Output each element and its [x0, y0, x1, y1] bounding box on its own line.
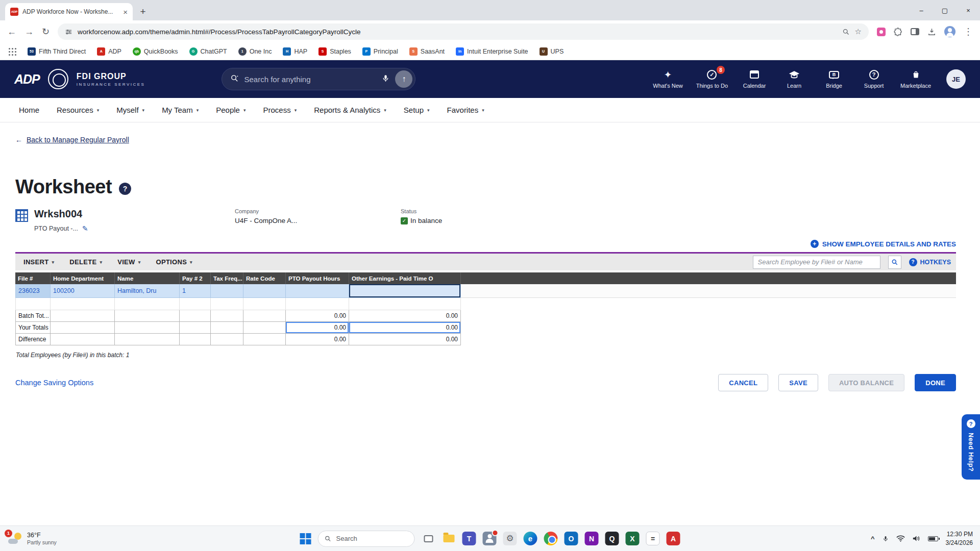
empty-cell[interactable] [243, 298, 286, 310]
view-menu[interactable]: VIEW▾ [117, 258, 140, 266]
delete-menu[interactable]: DELETE▾ [69, 258, 102, 266]
tray-chevron-icon[interactable]: ^ [871, 535, 875, 542]
nav-reports-analytics[interactable]: Reports & Analytics▾ [305, 98, 395, 122]
cell-rate-code[interactable] [243, 284, 286, 298]
downloads-icon[interactable] [927, 28, 936, 36]
quickbooks-icon[interactable]: Q [605, 532, 619, 545]
save-button[interactable]: SAVE [778, 374, 818, 391]
bookmark-saasant[interactable]: SSaasAnt [409, 47, 445, 56]
contacts-icon[interactable] [483, 532, 497, 545]
bookmark-ups[interactable]: UUPS [540, 47, 564, 56]
url-field[interactable]: workforcenow.adp.com/theme/admin.html#/P… [58, 23, 869, 40]
volume-icon[interactable] [913, 535, 920, 542]
worksheet-help-icon[interactable]: ? [119, 183, 131, 195]
outlook-icon[interactable]: O [565, 532, 578, 545]
cell-name[interactable]: Hamilton, Dru [115, 284, 180, 298]
extension-pink-icon[interactable] [877, 28, 886, 36]
nav-home[interactable]: Home [10, 98, 48, 122]
nav-favorites[interactable]: Favorites▾ [438, 98, 493, 122]
show-employee-details-link[interactable]: + SHOW EMPLOYEE DETAILS AND RATES [0, 240, 956, 248]
calendar-button[interactable]: Calendar [741, 69, 768, 89]
bookmark-chatgpt[interactable]: GChatGPT [189, 47, 227, 56]
cell-file-number[interactable]: 236023 [15, 284, 51, 298]
window-close-button[interactable]: × [957, 0, 980, 20]
taskbar-clock[interactable]: 12:30 PM 3/24/2026 [946, 530, 973, 546]
nav-myself[interactable]: Myself▾ [108, 98, 153, 122]
microphone-icon[interactable] [381, 74, 390, 85]
things-to-do-button[interactable]: 8 ✓ Things to Do [696, 69, 728, 89]
nav-resources[interactable]: Resources▾ [48, 98, 108, 122]
teams-icon[interactable]: T [462, 532, 476, 545]
bookmark-star-icon[interactable]: ☆ [855, 27, 862, 36]
browser-profile-avatar[interactable] [944, 26, 955, 37]
weather-widget[interactable]: 1 36°F Partly sunny [7, 532, 125, 545]
tune-icon[interactable] [65, 28, 72, 36]
change-saving-options-link[interactable]: Change Saving Options [15, 379, 93, 387]
need-help-tab[interactable]: ? Need Help? [962, 414, 980, 480]
url-text[interactable]: workforcenow.adp.com/theme/admin.html#/P… [78, 28, 837, 36]
back-to-payroll-link[interactable]: ← Back to Manage Regular Payroll [15, 136, 129, 144]
window-minimize-button[interactable]: – [910, 0, 933, 20]
calculator-icon[interactable]: = [646, 532, 660, 545]
back-icon[interactable]: ← [7, 27, 16, 37]
cell-other-earnings-selected[interactable] [349, 284, 461, 298]
employee-search-input[interactable] [753, 256, 880, 269]
nav-setup[interactable]: Setup▾ [395, 98, 438, 122]
browser-tab[interactable]: ADP ADP Workforce Now - Workshe... × [5, 3, 133, 20]
empty-cell[interactable] [286, 298, 349, 310]
cell-pay-2[interactable]: 1 [180, 284, 211, 298]
empty-cell[interactable] [15, 298, 51, 310]
bookmark-quickbooks[interactable]: qbQuickBooks [133, 47, 178, 56]
nav-my-team[interactable]: My Team▾ [153, 98, 207, 122]
options-menu[interactable]: OPTIONS▾ [156, 258, 192, 266]
done-button[interactable]: DONE [915, 374, 956, 391]
lens-search-icon[interactable] [842, 28, 850, 36]
microphone-tray-icon[interactable] [883, 535, 889, 542]
marketplace-button[interactable]: Marketplace [900, 69, 931, 89]
battery-icon[interactable] [928, 536, 938, 541]
whats-new-button[interactable]: ✦ What's New [653, 69, 682, 89]
cell-pto-payout-hours[interactable] [286, 284, 349, 298]
your-total-pto-hours[interactable]: 0.00 [286, 322, 349, 334]
bookmark-principal[interactable]: PPrincipal [362, 47, 398, 56]
onenote-icon[interactable]: N [585, 532, 599, 545]
taskbar-search[interactable]: Search [318, 531, 415, 547]
settings-icon[interactable]: ⚙ [503, 532, 517, 545]
new-tab-button[interactable]: + [136, 5, 150, 19]
empty-cell[interactable] [349, 298, 461, 310]
file-explorer-icon[interactable] [442, 532, 456, 545]
support-button[interactable]: Support [861, 69, 887, 89]
empty-cell[interactable] [211, 298, 243, 310]
cell-home-department[interactable]: 100200 [51, 284, 115, 298]
empty-cell[interactable] [51, 298, 115, 310]
edge-icon[interactable]: e [524, 532, 537, 545]
bookmark-adp[interactable]: AADP [97, 47, 121, 56]
browser-menu-icon[interactable]: ⋮ [964, 26, 973, 37]
hotkeys-button[interactable]: ? HOTKEYS [909, 258, 951, 266]
your-total-other-earnings[interactable]: 0.00 [349, 322, 461, 334]
side-panel-icon[interactable] [911, 28, 919, 35]
bookmark-fifth-third[interactable]: 53Fifth Third Direct [28, 47, 86, 56]
employee-search-button[interactable] [888, 256, 901, 269]
bookmark-staples[interactable]: SStaples [318, 47, 351, 56]
insert-menu[interactable]: INSERT▾ [23, 258, 54, 266]
chrome-icon[interactable] [544, 532, 558, 545]
nav-process[interactable]: Process▾ [254, 98, 305, 122]
reload-icon[interactable]: ↻ [42, 26, 50, 37]
search-submit-button[interactable]: ↑ [395, 70, 412, 88]
tab-close-icon[interactable]: × [123, 8, 128, 16]
cell-tax-freq[interactable] [211, 284, 243, 298]
extensions-puzzle-icon[interactable] [894, 28, 902, 36]
bridge-button[interactable]: Bridge [821, 69, 847, 89]
user-avatar[interactable]: JE [946, 69, 966, 89]
bookmark-hap[interactable]: HHAP [283, 47, 307, 56]
start-button[interactable] [300, 533, 311, 544]
window-maximize-button[interactable]: ▢ [933, 0, 957, 20]
empty-cell[interactable] [115, 298, 180, 310]
global-search-input[interactable] [244, 75, 376, 84]
empty-cell[interactable] [180, 298, 211, 310]
cancel-button[interactable]: CANCEL [718, 374, 768, 391]
learn-button[interactable]: Learn [781, 69, 807, 89]
edit-pencil-icon[interactable]: ✎ [82, 224, 88, 233]
task-view-icon[interactable] [422, 532, 435, 545]
